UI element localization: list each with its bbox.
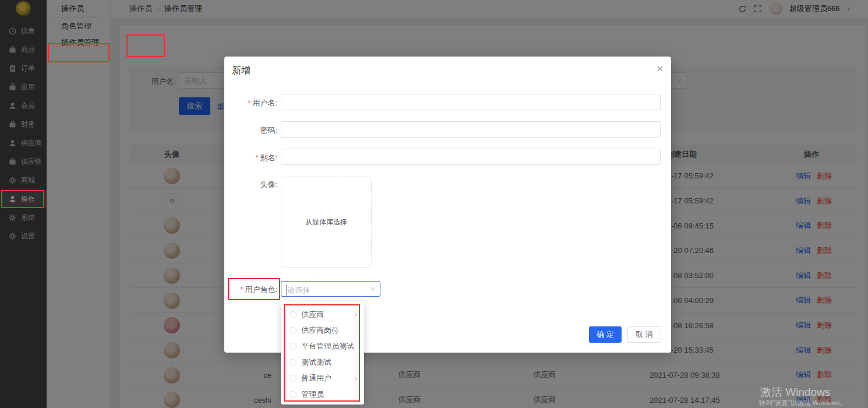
modal-title: 新增 bbox=[232, 65, 250, 77]
dropdown-option-label: 供应商 bbox=[301, 309, 324, 320]
required-asterisk: * bbox=[255, 153, 258, 162]
dropdown-list: 供应商›供应商岗位平台管理员测试测试测试普通用户›管理员 bbox=[281, 307, 364, 402]
confirm-button[interactable]: 确 定 bbox=[589, 326, 622, 343]
alias-label: *别名: bbox=[224, 153, 277, 163]
chevron-up-icon: ∧ bbox=[371, 286, 375, 292]
select-placeholder: 请选择 bbox=[286, 285, 310, 296]
windows-activation-watermark: 激活 Windows bbox=[760, 385, 830, 400]
dropdown-option-label: 普通用户 bbox=[301, 373, 331, 384]
cancel-button[interactable]: 取 消 bbox=[627, 326, 661, 343]
required-asterisk: * bbox=[240, 285, 243, 294]
dropdown-option-label: 平台管理员测试 bbox=[301, 341, 354, 351]
media-library-picker[interactable]: 从媒体库选择 bbox=[281, 177, 372, 268]
chevron-right-icon: › bbox=[355, 309, 358, 319]
close-icon[interactable]: × bbox=[657, 63, 663, 74]
required-asterisk: * bbox=[248, 99, 250, 107]
dropdown-option-label: 管理员 bbox=[301, 389, 324, 400]
radio-icon[interactable] bbox=[290, 311, 297, 318]
password-label: 密码: bbox=[224, 125, 277, 136]
user-role-label: *用户角色: bbox=[224, 284, 277, 295]
dropdown-option-label: 供应商岗位 bbox=[301, 325, 339, 336]
chevron-right-icon: › bbox=[355, 373, 358, 383]
password-field[interactable] bbox=[281, 121, 661, 138]
radio-icon[interactable] bbox=[290, 343, 297, 350]
radio-icon[interactable] bbox=[290, 375, 297, 382]
dropdown-option-5[interactable]: 管理员 bbox=[281, 386, 364, 402]
user-role-select[interactable]: 请选择 ∧ bbox=[281, 281, 380, 297]
dropdown-option-3[interactable]: 测试测试 bbox=[281, 354, 364, 370]
screen: 仪表商品订单应用会员财务供应商供应链商城操作系统设置 操作员 角色管理 操作员管… bbox=[0, 0, 868, 408]
username-field[interactable] bbox=[281, 94, 661, 110]
dropdown-option-4[interactable]: 普通用户› bbox=[281, 371, 364, 386]
windows-activation-watermark-sub: 转到"设置"以激活 Windows。 bbox=[759, 399, 846, 407]
username-label: *用户名: bbox=[224, 98, 277, 108]
radio-icon[interactable] bbox=[290, 327, 297, 334]
dropdown-option-2[interactable]: 平台管理员测试 bbox=[281, 339, 364, 354]
role-dropdown: 供应商›供应商岗位平台管理员测试测试测试普通用户›管理员 bbox=[281, 301, 364, 405]
dropdown-option-1[interactable]: 供应商岗位 bbox=[281, 322, 364, 338]
alias-field[interactable] bbox=[281, 149, 661, 165]
radio-icon[interactable] bbox=[290, 391, 297, 398]
dropdown-option-label: 测试测试 bbox=[301, 357, 331, 368]
radio-icon[interactable] bbox=[290, 359, 297, 366]
dropdown-option-0[interactable]: 供应商› bbox=[281, 307, 364, 322]
avatar-label: 头像: bbox=[224, 180, 277, 190]
